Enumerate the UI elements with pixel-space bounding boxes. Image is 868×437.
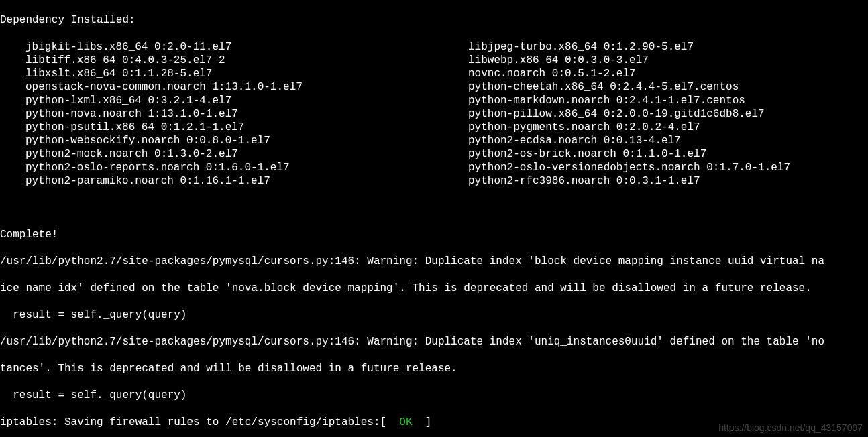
package-right: python2-ecdsa.noarch 0:0.13-4.el7 — [468, 134, 681, 147]
package-row: jbigkit-libs.x86_64 0:2.0-11.el7libjpeg-… — [0, 40, 868, 54]
package-row: python2-oslo-reports.noarch 0:1.6.0-1.el… — [0, 161, 868, 174]
warning-line: tances'. This is deprecated and will be … — [0, 362, 868, 375]
package-left: python-websockify.noarch 0:0.8.0-1.el7 — [0, 134, 468, 147]
package-left: libtiff.x86_64 0:4.0.3-25.el7_2 — [0, 54, 468, 67]
package-right: python-pillow.x86_64 0:2.0.0-19.gitd1c6d… — [468, 107, 765, 121]
package-right: python-markdown.noarch 0:2.4.1-1.el7.cen… — [468, 94, 745, 107]
watermark: https://blog.csdn.net/qq_43157097 — [718, 421, 863, 434]
package-right: novnc.noarch 0:0.5.1-2.el7 — [468, 67, 636, 80]
warning-line: result = self._query(query) — [0, 308, 868, 322]
package-row: openstack-nova-common.noarch 1:13.1.0-1.… — [0, 80, 868, 94]
package-right: python2-oslo-versionedobjects.noarch 0:1… — [468, 161, 790, 174]
package-left: openstack-nova-common.noarch 1:13.1.0-1.… — [0, 80, 468, 94]
package-right: libjpeg-turbo.x86_64 0:1.2.90-5.el7 — [468, 40, 694, 54]
package-row: python-nova.noarch 1:13.1.0-1.el7python-… — [0, 107, 868, 121]
package-left: python2-paramiko.noarch 0:1.16.1-1.el7 — [0, 174, 468, 188]
package-right: python-pygments.noarch 0:2.0.2-4.el7 — [468, 121, 700, 134]
package-row: libtiff.x86_64 0:4.0.3-25.el7_2libwebp.x… — [0, 54, 868, 67]
package-row: libxslt.x86_64 0:1.1.28-5.el7novnc.noarc… — [0, 67, 868, 80]
package-right: python2-rfc3986.noarch 0:0.3.1-1.el7 — [468, 174, 700, 188]
iptables-suffix: ] — [413, 416, 432, 428]
package-left: python-nova.noarch 1:13.1.0-1.el7 — [0, 107, 468, 121]
package-left: python-psutil.x86_64 0:1.2.1-1.el7 — [0, 121, 468, 134]
package-row: python2-mock.noarch 0:1.3.0-2.el7python2… — [0, 147, 868, 161]
package-row: python-lxml.x86_64 0:3.2.1-4.el7python-m… — [0, 94, 868, 107]
package-left: python2-mock.noarch 0:1.3.0-2.el7 — [0, 147, 468, 161]
terminal-output[interactable]: Dependency Installed: jbigkit-libs.x86_6… — [0, 0, 868, 437]
package-left: python2-oslo-reports.noarch 0:1.6.0-1.el… — [0, 161, 468, 174]
package-left: libxslt.x86_64 0:1.1.28-5.el7 — [0, 67, 468, 80]
complete-line: Complete! — [0, 228, 868, 241]
ok-status: OK — [399, 416, 412, 428]
package-row: python-websockify.noarch 0:0.8.0-1.el7py… — [0, 134, 868, 147]
warning-line: ice_name_idx' defined on the table 'nova… — [0, 282, 868, 295]
package-right: python2-os-brick.noarch 0:1.1.0-1.el7 — [468, 147, 706, 161]
warning-line: /usr/lib/python2.7/site-packages/pymysql… — [0, 335, 868, 349]
package-row: python-psutil.x86_64 0:1.2.1-1.el7python… — [0, 121, 868, 134]
package-right: libwebp.x86_64 0:0.3.0-3.el7 — [468, 54, 649, 67]
warning-line: /usr/lib/python2.7/site-packages/pymysql… — [0, 255, 868, 268]
package-left: python-lxml.x86_64 0:3.2.1-4.el7 — [0, 94, 468, 107]
warning-line: result = self._query(query) — [0, 389, 868, 402]
iptables-prefix: iptables: Saving firewall rules to /etc/… — [0, 416, 399, 428]
dependency-header: Dependency Installed: — [0, 13, 868, 27]
package-left: jbigkit-libs.x86_64 0:2.0-11.el7 — [0, 40, 468, 54]
blank-line — [0, 201, 868, 214]
package-right: python-cheetah.x86_64 0:2.4.4-5.el7.cent… — [468, 80, 739, 94]
package-row: python2-paramiko.noarch 0:1.16.1-1.el7py… — [0, 174, 868, 188]
